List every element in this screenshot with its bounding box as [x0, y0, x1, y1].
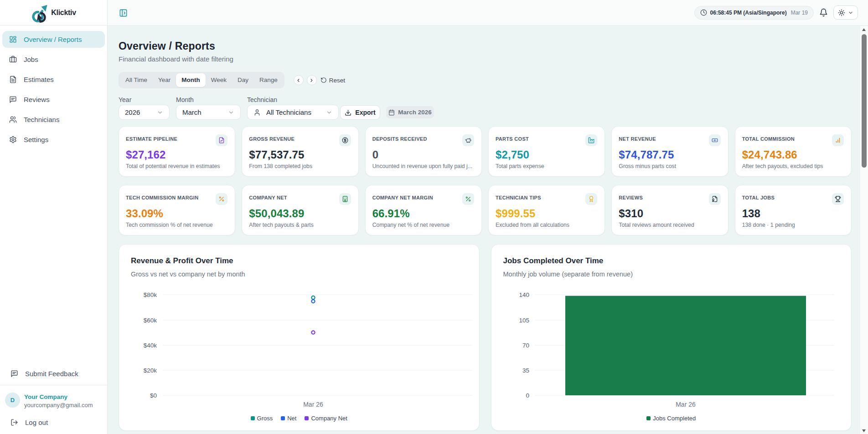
svg-text:Mar 26: Mar 26 [303, 401, 323, 408]
svg-text:0: 0 [526, 392, 529, 399]
svg-text:105: 105 [519, 317, 529, 324]
svg-text:140: 140 [519, 291, 529, 298]
svg-text:$40k: $40k [144, 342, 157, 349]
svg-text:70: 70 [522, 342, 529, 349]
svg-text:$20k: $20k [144, 367, 157, 374]
svg-text:Mar 26: Mar 26 [676, 401, 696, 408]
svg-text:$60k: $60k [144, 317, 157, 324]
svg-text:$80k: $80k [144, 291, 157, 298]
svg-text:35: 35 [522, 367, 529, 374]
svg-text:$0: $0 [150, 392, 157, 399]
